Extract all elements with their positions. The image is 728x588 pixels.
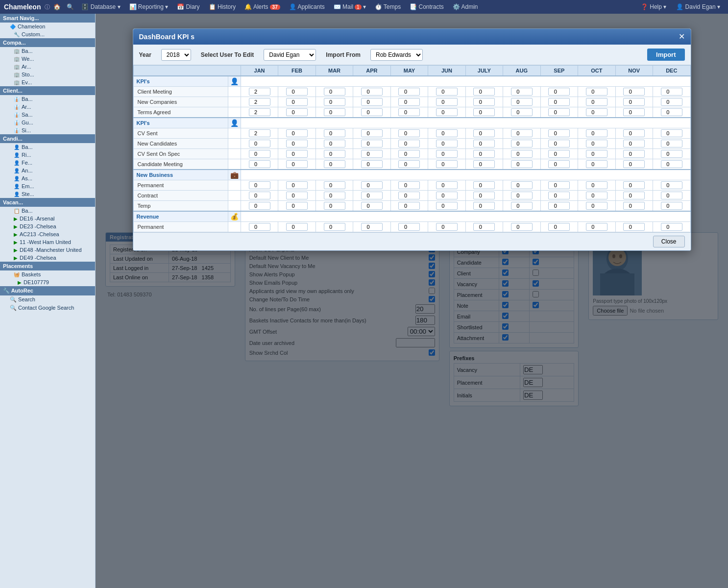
kpi-contract-mar[interactable] <box>324 192 345 199</box>
kpi-new-candidates-oct[interactable] <box>586 140 607 147</box>
kpi-contract-oct[interactable] <box>586 192 607 199</box>
kpi-new-candidates-aug[interactable] <box>511 140 533 147</box>
kpi-cv-sent-oct[interactable] <box>586 129 607 137</box>
kpi-candidate-meeting-sep[interactable] <box>548 160 570 168</box>
kpi-revenue-permanent-jan[interactable] <box>249 223 270 231</box>
nav-applicants[interactable]: 👤 Applicants <box>285 2 329 12</box>
kpi-client-meeting-dec[interactable] <box>661 88 682 96</box>
kpi-client-meeting-oct[interactable] <box>586 88 607 96</box>
sidebar-item-ar1[interactable]: 🏢Ar... <box>0 63 95 71</box>
sidebar-item-fe[interactable]: 👤Fe... <box>0 159 95 167</box>
kpi-cv-on-spec-apr[interactable] <box>361 150 383 158</box>
kpi-client-meeting-nov[interactable] <box>623 88 645 96</box>
kpi-temp-may[interactable] <box>398 202 420 210</box>
kpi-candidate-meeting-nov[interactable] <box>623 160 645 168</box>
kpi-client-meeting-jan[interactable] <box>249 88 270 96</box>
kpi-permanent-sep[interactable] <box>548 181 570 189</box>
kpi-new-companies-jan[interactable] <box>249 98 270 106</box>
sidebar-item-gu[interactable]: 👔Gu... <box>0 119 95 126</box>
kpi-permanent-feb[interactable] <box>286 181 308 189</box>
kpi-temp-dec[interactable] <box>661 202 682 210</box>
year-select[interactable]: 2018 2017 2019 <box>161 49 191 61</box>
kpi-candidate-meeting-mar[interactable] <box>324 160 345 168</box>
sidebar-item-ste[interactable]: 👤Ste... <box>0 190 95 198</box>
kpi-contract-jun[interactable] <box>436 192 458 199</box>
kpi-new-candidates-may[interactable] <box>398 140 420 147</box>
nav-alerts[interactable]: 🔔 Alerts 37 <box>241 2 284 12</box>
kpi-permanent-jul[interactable] <box>473 181 495 189</box>
modal-close-button[interactable]: ✕ <box>679 33 685 41</box>
kpi-candidate-meeting-may[interactable] <box>398 160 420 168</box>
kpi-candidate-meeting-oct[interactable] <box>586 160 607 168</box>
kpi-temp-jun[interactable] <box>436 202 458 210</box>
kpi-contract-jan[interactable] <box>249 192 270 199</box>
sidebar-item-si[interactable]: 👔Si... <box>0 126 95 134</box>
kpi-new-candidates-jan[interactable] <box>249 140 270 147</box>
kpi-cv-on-spec-jul[interactable] <box>473 150 495 158</box>
kpi-revenue-permanent-mar[interactable] <box>324 223 345 231</box>
kpi-new-companies-mar[interactable] <box>324 98 345 106</box>
kpi-terms-agreed-aug[interactable] <box>511 108 533 116</box>
nav-mail[interactable]: ✉️ Mail 1 ▾ <box>330 2 370 12</box>
kpi-new-companies-may[interactable] <box>398 98 420 106</box>
sidebar-item-ba2[interactable]: 👔Ba... <box>0 95 95 103</box>
kpi-cv-sent-apr[interactable] <box>361 129 383 137</box>
kpi-permanent-nov[interactable] <box>623 181 645 189</box>
kpi-revenue-permanent-jun[interactable] <box>436 223 458 231</box>
kpi-cv-sent-nov[interactable] <box>623 129 645 137</box>
kpi-new-companies-oct[interactable] <box>586 98 607 106</box>
kpi-cv-sent-feb[interactable] <box>286 129 308 137</box>
sidebar-item-de107779[interactable]: ▶DE107779 <box>0 278 95 286</box>
kpi-cv-sent-sep[interactable] <box>548 129 570 137</box>
kpi-permanent-may[interactable] <box>398 181 420 189</box>
kpi-contract-dec[interactable] <box>661 192 682 199</box>
kpi-client-meeting-jun[interactable] <box>436 88 458 96</box>
kpi-terms-agreed-mar[interactable] <box>324 108 345 116</box>
kpi-cv-sent-jun[interactable] <box>436 129 458 137</box>
kpi-terms-agreed-may[interactable] <box>398 108 420 116</box>
kpi-revenue-permanent-oct[interactable] <box>586 223 607 231</box>
kpi-terms-agreed-apr[interactable] <box>361 108 383 116</box>
sidebar-item-ri[interactable]: 👤Ri... <box>0 151 95 159</box>
kpi-revenue-permanent-apr[interactable] <box>361 223 383 231</box>
kpi-cv-on-spec-aug[interactable] <box>511 150 533 158</box>
kpi-candidate-meeting-feb[interactable] <box>286 160 308 168</box>
kpi-revenue-permanent-may[interactable] <box>398 223 420 231</box>
kpi-temp-oct[interactable] <box>586 202 607 210</box>
kpi-permanent-jun[interactable] <box>436 181 458 189</box>
nav-home-icon[interactable]: 🏠 <box>51 2 63 12</box>
nav-user[interactable]: 👤 David Egan ▾ <box>672 2 724 12</box>
kpi-client-meeting-may[interactable] <box>398 88 420 96</box>
sidebar-item-custom[interactable]: 🔧Custom... <box>0 30 95 38</box>
nav-history[interactable]: 📋 History <box>205 2 240 12</box>
kpi-cv-on-spec-mar[interactable] <box>324 150 345 158</box>
sidebar-item-an[interactable]: 👤An... <box>0 167 95 174</box>
kpi-candidate-meeting-aug[interactable] <box>511 160 533 168</box>
kpi-client-meeting-aug[interactable] <box>511 88 533 96</box>
user-select[interactable]: David Egan Rob Edwards <box>264 49 316 61</box>
kpi-cv-sent-mar[interactable] <box>324 129 345 137</box>
kpi-contract-feb[interactable] <box>286 192 308 199</box>
kpi-cv-on-spec-oct[interactable] <box>586 150 607 158</box>
kpi-contract-apr[interactable] <box>361 192 383 199</box>
kpi-client-meeting-feb[interactable] <box>286 88 308 96</box>
nav-temps[interactable]: ⏱️ Temps <box>371 2 405 12</box>
kpi-new-companies-jul[interactable] <box>473 98 495 106</box>
sidebar-item-ba4[interactable]: 📋Ba... <box>0 207 95 215</box>
sidebar-item-em[interactable]: 👤Em... <box>0 182 95 190</box>
kpi-terms-agreed-oct[interactable] <box>586 108 607 116</box>
kpi-revenue-permanent-sep[interactable] <box>548 223 570 231</box>
kpi-new-companies-sep[interactable] <box>548 98 570 106</box>
kpi-terms-agreed-nov[interactable] <box>623 108 645 116</box>
brand-logo[interactable]: Chameleon <box>4 3 41 11</box>
kpi-permanent-mar[interactable] <box>324 181 345 189</box>
sidebar-item-google-search[interactable]: 🔍 Contact Google Search <box>0 304 95 312</box>
kpi-temp-nov[interactable] <box>623 202 645 210</box>
kpi-cv-on-spec-jun[interactable] <box>436 150 458 158</box>
sidebar-item-we[interactable]: 🏢We... <box>0 55 95 63</box>
kpi-temp-jan[interactable] <box>249 202 270 210</box>
sidebar-item-whu[interactable]: ▶11 -West Ham United <box>0 238 95 246</box>
sidebar-item-search[interactable]: 🔍 Search <box>0 295 95 304</box>
kpi-candidate-meeting-dec[interactable] <box>661 160 682 168</box>
kpi-candidate-meeting-jun[interactable] <box>436 160 458 168</box>
